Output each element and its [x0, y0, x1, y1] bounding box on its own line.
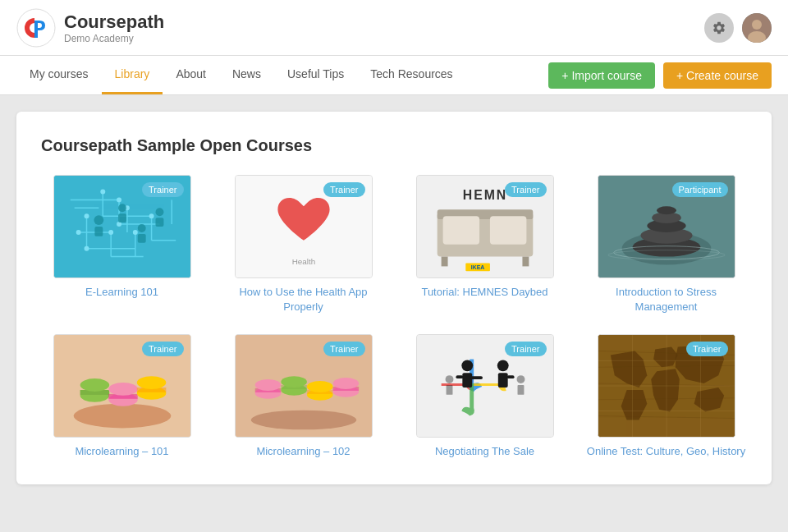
coursepath-logo	[16, 8, 56, 48]
course-thumb-negotiating: Trainer	[416, 334, 554, 438]
svg-point-28	[76, 230, 80, 235]
svg-point-2	[752, 20, 762, 30]
svg-text:Health: Health	[291, 257, 315, 266]
svg-point-70	[136, 377, 166, 390]
nav-my-courses[interactable]: My courses	[16, 56, 102, 94]
course-thumb-stress: Participant	[598, 175, 735, 278]
nav-about[interactable]: About	[163, 56, 219, 94]
role-badge-negotiating: Trainer	[505, 342, 546, 356]
course-card-elearning[interactable]: Trainer E-Learning 101	[41, 175, 203, 314]
role-badge-culture: Trainer	[686, 342, 727, 356]
course-title-elearning: E-Learning 101	[85, 285, 158, 300]
svg-point-64	[80, 378, 109, 392]
svg-rect-32	[94, 227, 103, 236]
svg-point-23	[84, 213, 89, 218]
course-title-micro102: Microlearning – 102	[256, 444, 350, 459]
course-card-micro102[interactable]: Trainer Microlearning – 102	[222, 334, 384, 459]
course-card-stress[interactable]: Participant Introduction to Stress Manag…	[585, 175, 747, 314]
course-thumb-hemnes: HEMN IKEA Trainer	[416, 175, 554, 278]
course-title-hemnes: Tutorial: HEMNES Daybed	[421, 285, 547, 300]
role-badge-micro102: Trainer	[323, 342, 364, 356]
role-badge-hemnes: Trainer	[505, 182, 546, 197]
course-card-health[interactable]: Health Trainer How to Use the Health App…	[222, 175, 384, 314]
svg-point-67	[108, 383, 138, 396]
svg-point-21	[117, 197, 121, 202]
gear-icon	[712, 21, 726, 35]
role-badge-health: Trainer	[323, 182, 364, 197]
nav-actions: + Import course + Create course	[548, 62, 772, 89]
import-course-button[interactable]: + Import course	[548, 62, 655, 89]
role-badge-stress: Participant	[672, 182, 728, 197]
svg-rect-96	[517, 385, 524, 395]
nav-tech-resources[interactable]: Tech Resources	[357, 56, 465, 94]
course-thumb-health: Health Trainer	[235, 175, 373, 278]
svg-rect-48	[522, 257, 529, 267]
svg-rect-92	[463, 377, 483, 380]
svg-text:IKEA: IKEA	[470, 264, 484, 270]
course-title-stress: Introduction to Stress Management	[585, 285, 747, 314]
svg-point-61	[73, 404, 171, 429]
svg-point-29	[108, 230, 113, 235]
svg-point-84	[332, 378, 359, 389]
svg-rect-45	[442, 216, 479, 245]
svg-point-57	[657, 206, 676, 214]
svg-rect-46	[489, 216, 525, 245]
svg-rect-34	[118, 213, 126, 222]
course-card-micro101[interactable]: Trainer Microlearning – 101	[41, 334, 203, 459]
nav-news[interactable]: News	[219, 56, 274, 94]
panel-title: Coursepath Sample Open Courses	[41, 136, 747, 155]
logo-name: Coursepath	[64, 11, 164, 33]
avatar-icon	[742, 13, 772, 43]
top-bar: Coursepath Demo Academy	[0, 0, 788, 56]
course-thumb-micro101: Trainer	[53, 334, 191, 438]
svg-rect-94	[446, 385, 452, 395]
svg-text:HEMN: HEMN	[462, 188, 506, 202]
svg-point-26	[100, 190, 105, 195]
main-content: Coursepath Sample Open Courses	[0, 95, 788, 501]
nav-library[interactable]: Library	[102, 56, 163, 94]
svg-point-72	[250, 410, 355, 430]
svg-point-33	[118, 204, 126, 212]
svg-point-37	[155, 208, 163, 216]
svg-point-31	[94, 215, 103, 225]
settings-button[interactable]	[704, 13, 734, 43]
svg-rect-38	[155, 218, 163, 227]
course-thumb-micro102: Trainer	[235, 334, 373, 438]
svg-point-89	[497, 360, 508, 372]
svg-point-35	[137, 224, 145, 232]
nav-links: My courses Library About News Useful Tip…	[16, 56, 466, 94]
role-badge-elearning: Trainer	[142, 182, 183, 197]
svg-rect-90	[497, 374, 507, 388]
course-card-negotiating[interactable]: Trainer Negotiating The Sale	[404, 334, 566, 459]
role-badge-micro101: Trainer	[142, 342, 183, 356]
svg-rect-36	[137, 234, 145, 243]
svg-rect-87	[462, 374, 472, 388]
svg-point-78	[281, 377, 307, 388]
course-title-health: How to Use the Health App Properly	[222, 285, 384, 314]
svg-rect-88	[456, 376, 463, 379]
svg-rect-91	[506, 376, 514, 379]
svg-point-75	[254, 379, 281, 391]
svg-point-86	[461, 360, 473, 372]
create-course-button[interactable]: + Create course	[663, 62, 772, 89]
course-title-negotiating: Negotiating The Sale	[435, 444, 534, 459]
nav-useful-tips[interactable]: Useful Tips	[274, 56, 357, 94]
course-grid: Trainer E-Learning 101 Health Trainer Ho…	[41, 175, 747, 460]
svg-point-24	[84, 246, 89, 251]
svg-point-27	[149, 213, 153, 218]
nav-bar: My courses Library About News Useful Tip…	[0, 56, 788, 95]
top-icons	[704, 13, 772, 43]
courses-panel: Coursepath Sample Open Courses	[16, 112, 772, 484]
svg-point-81	[306, 381, 332, 392]
logo-text-block: Coursepath Demo Academy	[64, 11, 164, 44]
course-title-micro101: Microlearning – 101	[75, 444, 168, 459]
svg-point-25	[132, 230, 137, 235]
course-card-hemnes[interactable]: HEMN IKEA Trainer	[404, 175, 566, 314]
svg-point-95	[516, 376, 525, 384]
course-thumb-culture: Trainer	[598, 334, 735, 438]
course-title-culture: Online Test: Culture, Geo, History	[587, 444, 745, 459]
svg-point-93	[445, 376, 453, 384]
user-avatar[interactable]	[742, 13, 772, 43]
course-thumb-elearning: Trainer	[53, 175, 191, 278]
course-card-culture[interactable]: Trainer Online Test: Culture, Geo, Histo…	[585, 334, 747, 459]
